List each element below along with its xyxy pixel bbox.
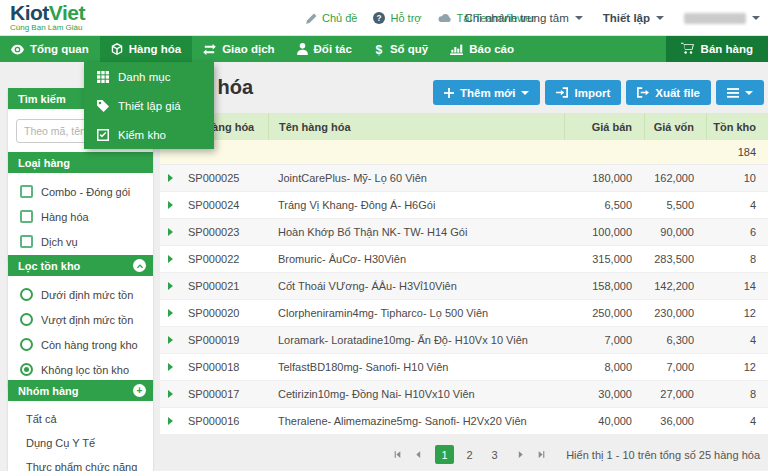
- product-type-option-1[interactable]: Hàng hóa: [8, 204, 153, 229]
- product-type-option-0[interactable]: Combo - Đóng gói: [8, 179, 153, 204]
- product-group-item-0[interactable]: Tất cả: [8, 407, 153, 431]
- prev-page-icon[interactable]: [414, 450, 423, 459]
- expand-arrow-icon[interactable]: [168, 309, 173, 317]
- stock-filter-header[interactable]: Lọc tồn kho: [8, 255, 153, 276]
- export-label: Xuất file: [655, 87, 700, 99]
- page-button-2[interactable]: 2: [460, 445, 479, 464]
- stock-filter-option-3[interactable]: Không lọc tồn kho: [8, 357, 153, 382]
- dropdown-item-kiem-kho[interactable]: Kiểm kho: [84, 120, 214, 149]
- next-page-icon[interactable]: [516, 450, 525, 459]
- expand-arrow-icon[interactable]: [168, 282, 173, 290]
- export-icon: [637, 87, 649, 98]
- table-row[interactable]: SP000019 Loramark- Loratadine10mg- Ấn Độ…: [160, 327, 768, 354]
- product-type-header[interactable]: Loại hàng: [8, 152, 153, 173]
- svg-text:?: ?: [377, 14, 382, 23]
- nav-item-doi-tac[interactable]: Đối tác: [286, 36, 363, 62]
- sell-button[interactable]: Bán hàng: [666, 36, 768, 62]
- eye-icon: [11, 44, 24, 55]
- cell-price: 315,000: [564, 253, 644, 265]
- table-row[interactable]: SP000018 TelfastBD180mg- Sanofi- H10 Viê…: [160, 354, 768, 381]
- stock-filter-option-2[interactable]: Còn hàng trong kho: [8, 332, 153, 357]
- add-new-button[interactable]: Thêm mới: [433, 80, 540, 105]
- cell-cost: 142,200: [644, 280, 706, 292]
- page-button-3[interactable]: 3: [485, 445, 504, 464]
- radio-icon[interactable]: [20, 338, 33, 351]
- table-row[interactable]: SP000024 Tráng Vị Khang- Đông Á- H6Gói 6…: [160, 192, 768, 219]
- dropdown-item-thiet-lap-gia[interactable]: Thiết lập giá: [84, 91, 214, 120]
- expand-arrow-icon[interactable]: [168, 336, 173, 344]
- user-menu[interactable]: [684, 13, 760, 24]
- nav-item-giao-dich[interactable]: Giao dịch: [192, 36, 285, 62]
- expand-arrow-icon[interactable]: [168, 417, 173, 425]
- cell-code: SP000025: [186, 172, 268, 184]
- first-page-icon[interactable]: [393, 450, 402, 459]
- column-header-stock[interactable]: Tồn kho: [706, 113, 768, 140]
- expand-arrow-icon[interactable]: [168, 201, 173, 209]
- product-type-option-2[interactable]: Dịch vụ: [8, 229, 153, 254]
- table-row[interactable]: SP000021 Cốt Thoái VƯơng- ÁÂu- H3Vỉ10Viê…: [160, 273, 768, 300]
- radio-icon[interactable]: [20, 288, 33, 301]
- checkbox-icon[interactable]: [20, 235, 33, 248]
- page-button-1[interactable]: 1: [435, 445, 454, 464]
- cell-price: 40,000: [564, 415, 644, 427]
- nav-item-bao-cao[interactable]: Báo cáo: [439, 36, 525, 62]
- expand-arrow-icon[interactable]: [168, 255, 173, 263]
- chevron-up-icon[interactable]: [133, 259, 146, 272]
- cell-cost: 230,000: [644, 307, 706, 319]
- expand-arrow-icon[interactable]: [168, 228, 173, 236]
- cell-stock: 4: [706, 334, 768, 346]
- branch-selector[interactable]: Chi nhánh trung tâm: [465, 12, 583, 24]
- checkbox-icon[interactable]: [20, 185, 33, 198]
- import-button[interactable]: Import: [545, 80, 621, 105]
- option-label: Dưới định mức tồn: [41, 289, 133, 301]
- cart-icon: [681, 42, 694, 57]
- product-group-item-1[interactable]: Dụng Cụ Y Tế: [8, 431, 153, 455]
- expand-arrow-icon[interactable]: [168, 363, 173, 371]
- expand-arrow-icon[interactable]: [168, 390, 173, 398]
- topbar-link-chu-de[interactable]: Chủ đề: [306, 12, 357, 24]
- branch-label: Chi nhánh trung tâm: [465, 12, 569, 24]
- product-group-header[interactable]: Nhóm hàng +: [8, 380, 153, 401]
- nav-item-label: Sổ quỹ: [390, 43, 428, 55]
- column-header-price[interactable]: Giá bán: [564, 113, 644, 140]
- products-table: Mã hàng hóa Tên hàng hóa Giá bán Giá vốn…: [160, 113, 768, 435]
- checkbox-icon[interactable]: [20, 210, 33, 223]
- table-row[interactable]: SP000025 JointCarePlus- Mỹ- Lọ 60 Viên 1…: [160, 165, 768, 192]
- table-header: Mã hàng hóa Tên hàng hóa Giá bán Giá vốn…: [160, 113, 768, 140]
- settings-menu[interactable]: Thiết lập: [603, 12, 664, 24]
- table-row[interactable]: SP000017 Cetirizin10mg- Đồng Nai- H10Vx1…: [160, 381, 768, 408]
- radio-icon[interactable]: [20, 313, 33, 326]
- table-row[interactable]: SP000023 Hoàn Khớp Bổ Thận NK- TW- H14 G…: [160, 219, 768, 246]
- nav-item-hang-hoa[interactable]: Hàng hóa: [100, 36, 192, 62]
- topbar-link-ho-tro[interactable]: ?Hỗ trợ: [373, 12, 421, 24]
- plus-circle-icon[interactable]: +: [133, 384, 146, 397]
- table-row[interactable]: SP000016 Theralene- Alimemazine5mg- Sano…: [160, 408, 768, 435]
- option-label: Còn hàng trong kho: [41, 339, 138, 351]
- nav-item-label: Báo cáo: [469, 43, 514, 55]
- column-header-cost[interactable]: Giá vốn: [644, 113, 706, 140]
- table-row[interactable]: SP000022 Bromuric- ÂuCơ- H30Viên 315,000…: [160, 246, 768, 273]
- kiotviet-logo[interactable]: KiotViet Cùng Bạn Làm Giàu: [10, 2, 85, 32]
- expand-arrow-icon[interactable]: [168, 174, 173, 182]
- topbar-link-label: Hỗ trợ: [390, 12, 421, 24]
- radio-icon[interactable]: [20, 363, 33, 376]
- table-row[interactable]: SP000020 Clorpheniramin4mg- Tipharco- Lọ…: [160, 300, 768, 327]
- cell-name: Theralene- Alimemazine5mg- Sanofi- H2Vx2…: [268, 415, 564, 427]
- dropdown-item-danh-muc[interactable]: Danh mục: [84, 62, 214, 91]
- cell-cost: 7,000: [644, 361, 706, 373]
- stock-filter-option-1[interactable]: Vượt định mức tồn: [8, 307, 153, 332]
- tag-icon: [97, 100, 109, 112]
- cell-code: SP000022: [186, 253, 268, 265]
- last-page-icon[interactable]: [537, 450, 546, 459]
- columns-button[interactable]: [716, 80, 764, 105]
- stock-filter-option-0[interactable]: Dưới định mức tồn: [8, 282, 153, 307]
- column-header-name[interactable]: Tên hàng hóa: [268, 113, 564, 140]
- cell-code: SP000020: [186, 307, 268, 319]
- nav-item-label: Giao dịch: [222, 43, 274, 55]
- product-group-item-2[interactable]: Thực phẩm chức năng: [8, 455, 153, 471]
- nav-item-so-quy[interactable]: $Sổ quỹ: [363, 36, 439, 62]
- export-button[interactable]: Xuất file: [626, 80, 711, 105]
- cell-cost: 90,000: [644, 226, 706, 238]
- cell-price: 100,000: [564, 226, 644, 238]
- nav-item-tong-quan[interactable]: Tổng quan: [0, 36, 100, 62]
